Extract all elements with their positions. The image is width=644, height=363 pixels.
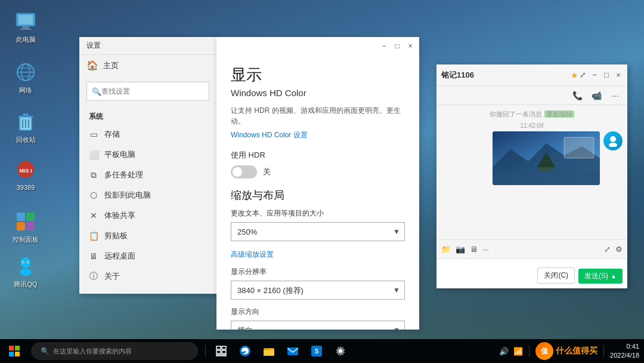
system-section-title: 系统 xyxy=(79,107,216,124)
panel-subtitle: Windows HD Color xyxy=(231,88,405,98)
taskbar: 🔍 在这里输入你要搜索的内容 xyxy=(0,339,644,363)
settings-chat-icon[interactable]: ⚙ xyxy=(615,245,623,254)
shared-icon: ✕ xyxy=(89,211,98,220)
settings-item-multitask[interactable]: ⧉ 多任务处理 xyxy=(79,165,216,185)
svg-rect-48 xyxy=(287,347,298,355)
desktop-icon-label: 39389 xyxy=(17,184,35,192)
more-media-icon[interactable]: ··· xyxy=(482,245,489,254)
remote-label: 远程桌面 xyxy=(104,251,135,262)
taskbar-search[interactable]: 🔍 在这里输入你要搜索的内容 xyxy=(31,342,198,360)
chat-window: 铭记1106 ★ ⤢ − □ × 📞 📹 ··· 你撤回了一条消息 重新编辑 1… xyxy=(436,64,627,288)
advanced-scale-link[interactable]: 高级缩放设置 xyxy=(231,250,274,260)
taskbar-divider-2 xyxy=(529,345,530,357)
svg-rect-38 xyxy=(15,352,20,356)
svg-rect-37 xyxy=(9,352,14,356)
minimize-button[interactable]: − xyxy=(380,42,388,50)
svg-rect-31 xyxy=(493,170,600,185)
settings-item-storage[interactable]: ▭ 存储 xyxy=(79,124,216,144)
taskbar-time-value: 0:41 xyxy=(610,342,639,351)
tablet-icon: ⬜ xyxy=(89,150,98,159)
settings-item-about[interactable]: ⓘ 关于 xyxy=(79,266,216,287)
svg-point-27 xyxy=(610,136,616,142)
file-icon[interactable]: 📁 xyxy=(441,245,451,254)
display-settings-panel: − □ × 显示 Windows HD Color 让支持 HDR 的视频、游戏… xyxy=(216,37,419,330)
chat-input-area: 关闭(C) 发送(S) ▲ xyxy=(436,259,627,288)
chat-expand-button[interactable]: ⤢ xyxy=(578,71,587,79)
settings-item-shared[interactable]: ✕ 体验共享 xyxy=(79,205,216,226)
settings-search-input[interactable] xyxy=(101,87,204,96)
screen-share-icon[interactable]: 🖥 xyxy=(470,245,478,254)
scale-label: 更改文本、应用等项目的大小 xyxy=(231,208,405,219)
storage-label: 存储 xyxy=(104,129,120,140)
file-explorer-button[interactable] xyxy=(258,340,280,362)
home-icon: 🏠 xyxy=(86,60,98,71)
edge-browser-button[interactable] xyxy=(234,340,256,362)
recycle-bin-icon xyxy=(14,110,38,134)
about-icon: ⓘ xyxy=(89,272,98,281)
hd-color-link[interactable]: Windows HD Color 设置 xyxy=(231,130,308,140)
svg-text:S: S xyxy=(315,348,319,355)
this-pc-icon xyxy=(14,10,38,33)
clipboard-icon: 📋 xyxy=(89,231,98,241)
smzdm-logo[interactable]: 值 什么值得买 xyxy=(535,342,597,360)
settings-window: 设置 🏠 主页 🔍 系统 ▭ 存储 ⬜ 平板电脑 ⧉ 多任务处理 ⬡ 投影到此电… xyxy=(79,37,216,294)
svg-point-21 xyxy=(20,257,31,268)
desktop-icon-recycle[interactable]: 回收站 xyxy=(5,106,47,147)
svg-rect-41 xyxy=(216,350,221,353)
mail-button[interactable] xyxy=(282,340,304,362)
volume-icon[interactable]: 🔊 xyxy=(499,347,509,356)
settings-home[interactable]: 🏠 主页 xyxy=(79,55,216,76)
maximize-button[interactable]: □ xyxy=(393,42,401,50)
desktop-icon-label: 回收站 xyxy=(16,136,36,144)
desktop-icon-qq[interactable]: 腾讯QQ xyxy=(5,251,47,292)
network-icon[interactable]: 📶 xyxy=(513,347,523,356)
video-call-button[interactable]: 📹 xyxy=(589,88,603,103)
photo-icon[interactable]: 📷 xyxy=(456,245,465,254)
taskbar-search-text: 在这里输入你要搜索的内容 xyxy=(53,347,132,356)
start-button[interactable] xyxy=(0,339,29,363)
orientation-label: 显示方向 xyxy=(231,307,405,317)
phone-call-button[interactable]: 📞 xyxy=(570,88,584,103)
hdr-toggle[interactable] xyxy=(231,165,257,179)
scale-dropdown[interactable]: 250% 100% 125% 150% 175% 200% 225% 300% xyxy=(231,222,405,241)
expand-chat-icon[interactable]: ⤢ xyxy=(604,245,611,254)
close-button[interactable]: × xyxy=(406,42,414,50)
desktop-icon-label: 腾讯QQ xyxy=(14,281,37,288)
desktop-icon-label: 此电脑 xyxy=(16,36,36,44)
chat-close-button[interactable]: 关闭(C) xyxy=(537,267,575,284)
taskbar-datetime[interactable]: 0:41 2022/4/18 xyxy=(610,342,639,361)
chat-minimize-button[interactable]: − xyxy=(590,71,599,79)
panel-desc: 让支持 HDR 的视频、游戏和应用的画面更明亮、更生动。 xyxy=(231,105,405,127)
desktop-icon-control-panel[interactable]: 控制面板 xyxy=(5,206,47,247)
orientation-dropdown-row: 横向 纵向 横向(翻转) 纵向(翻转) ▼ xyxy=(231,321,405,330)
more-options-button[interactable]: ··· xyxy=(608,88,623,103)
desktop-icon-network[interactable]: 网络 xyxy=(5,57,47,98)
settings-item-project[interactable]: ⬡ 投影到此电脑 xyxy=(79,185,216,205)
orientation-dropdown[interactable]: 横向 纵向 横向(翻转) 纵向(翻转) xyxy=(231,321,405,330)
settings-item-tablet[interactable]: ⬜ 平板电脑 xyxy=(79,144,216,165)
svg-point-22 xyxy=(20,269,32,276)
taskbar-view-button[interactable] xyxy=(210,340,232,362)
resolution-dropdown-row: 3840 × 2160 (推荐) 2560 × 1440 1920 × 1080… xyxy=(231,281,405,300)
svg-point-25 xyxy=(23,262,24,263)
settings-item-remote[interactable]: 🖥 远程桌面 xyxy=(79,246,216,266)
scale-dropdown-row: 250% 100% 125% 150% 175% 200% 225% 300% … xyxy=(231,222,405,241)
microsoft-store-button[interactable]: S xyxy=(306,340,327,362)
svg-rect-3 xyxy=(20,29,32,30)
chat-maximize-button[interactable]: □ xyxy=(602,71,611,79)
qq-icon xyxy=(14,254,38,278)
settings-button[interactable] xyxy=(330,340,351,362)
chat-messages[interactable]: 你撤回了一条消息 重新编辑 11:42:08 xyxy=(436,105,627,239)
desktop-icon-this-pc[interactable]: 此电脑 xyxy=(5,6,47,47)
multitask-label: 多任务处理 xyxy=(104,170,143,180)
settings-search-bar[interactable]: 🔍 xyxy=(86,82,209,101)
re-edit-link[interactable]: 重新编辑 xyxy=(544,110,574,118)
resolution-label: 显示分辨率 xyxy=(231,267,405,277)
scale-section-title: 缩放与布局 xyxy=(231,188,405,202)
project-label: 投影到此电脑 xyxy=(104,190,151,201)
chat-send-button[interactable]: 发送(S) ▲ xyxy=(578,269,623,284)
chat-close-button[interactable]: × xyxy=(614,71,623,79)
settings-item-clipboard[interactable]: 📋 剪贴板 xyxy=(79,226,216,246)
resolution-dropdown[interactable]: 3840 × 2160 (推荐) 2560 × 1440 1920 × 1080 xyxy=(231,281,405,300)
desktop-icon-badge[interactable]: MIS I 39389 xyxy=(5,154,47,195)
